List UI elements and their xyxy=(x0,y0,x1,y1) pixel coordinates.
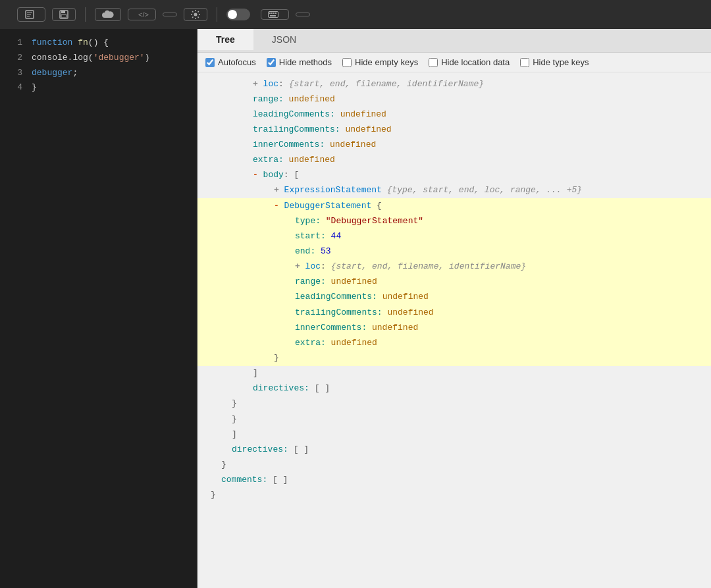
tree-row: } xyxy=(198,488,711,503)
tree-close: ] xyxy=(232,429,237,439)
tree-val: undefined xyxy=(325,140,376,149)
tree-summary: {type, start, end, loc, range, ... +5} xyxy=(382,185,582,195)
hide-methods-checkbox[interactable] xyxy=(267,58,276,67)
snippet-button[interactable] xyxy=(17,7,45,22)
tree-key: innerComments: xyxy=(295,323,367,333)
tree-key: comments: [ ] xyxy=(221,473,288,487)
tree-close: } xyxy=(211,490,216,500)
tree-node-name[interactable]: ExpressionStatement xyxy=(284,185,382,195)
tree-key[interactable]: + ExpressionStatement {type, start, end,… xyxy=(274,184,582,197)
option-hide-empty-keys[interactable]: Hide empty keys xyxy=(342,57,418,67)
tree-node-name[interactable]: loc xyxy=(305,261,321,271)
tree-row: - body: [ xyxy=(198,168,711,183)
tree-row: innerComments: undefined xyxy=(198,320,711,335)
svg-rect-9 xyxy=(269,13,271,14)
tree-key: leadingComments: xyxy=(295,292,377,302)
tree-key: comments: xyxy=(221,475,267,485)
tree-close: } xyxy=(274,353,279,363)
tree-bracket: { xyxy=(371,201,382,211)
cloud-button[interactable] xyxy=(95,8,121,21)
tree-key: trailingComments: xyxy=(295,307,382,317)
options-row: Autofocus Hide methods Hide empty keys H… xyxy=(198,53,711,72)
keyboard-button[interactable] xyxy=(261,9,289,20)
tree-content[interactable]: + loc: {start, end, filename, identifier… xyxy=(198,72,711,588)
code-line-1: 1 function fn() { xyxy=(0,36,197,51)
header-divider xyxy=(85,7,86,22)
transform-toggle[interactable] xyxy=(226,9,250,20)
save-button[interactable] xyxy=(52,8,76,21)
tree-row: type: "DebuggerStatement" xyxy=(198,213,711,228)
tree-row: innerComments: undefined xyxy=(198,138,711,153)
tree-key: directives: xyxy=(253,383,309,393)
option-autofocus[interactable]: Autofocus xyxy=(205,57,256,67)
collapse-icon[interactable]: - xyxy=(274,201,284,211)
tree-key: extra: undefined xyxy=(295,336,377,350)
hide-type-keys-checkbox[interactable] xyxy=(520,58,529,67)
tree-row: } xyxy=(198,412,711,427)
tree-key[interactable]: - DebuggerStatement { xyxy=(274,200,382,213)
tree-row: range: undefined xyxy=(198,275,711,290)
tree-val: undefined xyxy=(377,292,429,302)
tree-key: start: 44 xyxy=(295,230,341,243)
tree-key[interactable]: + loc: {start, end, filename, identifier… xyxy=(253,78,484,91)
line-number: 1 xyxy=(7,36,22,50)
tree-row: directives: [ ] xyxy=(198,381,711,396)
tree-val: undefined xyxy=(382,307,434,317)
code-panel[interactable]: 1 function fn() { 2 console.log('debugge… xyxy=(0,29,198,588)
expand-icon[interactable]: + xyxy=(253,79,263,89)
tree-node-name[interactable]: DebuggerStatement xyxy=(284,201,372,211)
collapse-icon[interactable]: - xyxy=(253,170,263,180)
save-icon xyxy=(59,10,68,19)
app-header: </> xyxy=(0,0,711,29)
code-content: console.log('debugger') xyxy=(32,51,149,65)
svg-rect-12 xyxy=(275,13,276,14)
tree-summary: {start, end, filename, identifierName} xyxy=(326,261,526,271)
tree-row: end: 53 xyxy=(198,244,711,259)
right-panel: Tree JSON Autofocus Hide methods Hide em… xyxy=(198,29,711,588)
tree-row: ] xyxy=(198,427,711,442)
tree-key: leadingComments: xyxy=(253,109,335,119)
tree-row: } xyxy=(198,458,711,473)
expand-icon[interactable]: + xyxy=(274,185,284,195)
code-content: function fn() { xyxy=(32,36,109,50)
parser-button[interactable] xyxy=(163,13,177,16)
tree-val: undefined xyxy=(340,124,392,134)
tree-key: trailingComments: undefined xyxy=(253,123,392,136)
tree-row: - DebuggerStatement { xyxy=(198,198,711,213)
tree-key: } xyxy=(232,397,237,410)
tree-row: range: undefined xyxy=(198,92,711,107)
svg-point-7 xyxy=(194,13,197,16)
option-hide-methods[interactable]: Hide methods xyxy=(267,57,332,67)
autofocus-checkbox[interactable] xyxy=(205,58,215,67)
settings-button[interactable] xyxy=(184,8,207,21)
tree-row: trailingComments: undefined xyxy=(198,305,711,320)
tree-key: } xyxy=(232,413,237,426)
tree-node-name[interactable]: loc xyxy=(263,79,278,89)
svg-rect-8 xyxy=(268,12,278,18)
tree-key: range: xyxy=(295,277,326,286)
tree-val: 53 xyxy=(315,246,330,256)
language-button[interactable]: </> xyxy=(128,9,156,20)
header-divider-2 xyxy=(217,7,217,22)
expand-icon[interactable]: + xyxy=(295,261,305,271)
help-button[interactable] xyxy=(296,13,310,16)
code-line-4: 4 } xyxy=(0,80,197,95)
tree-key: extra: xyxy=(295,338,326,348)
hide-empty-keys-checkbox[interactable] xyxy=(342,58,352,67)
tree-close: ] xyxy=(253,368,258,378)
option-hide-type-keys[interactable]: Hide type keys xyxy=(520,57,589,67)
main-layout: 1 function fn() { 2 console.log('debugge… xyxy=(0,29,711,588)
tree-key: trailingComments: xyxy=(253,124,340,134)
hide-location-data-checkbox[interactable] xyxy=(429,58,438,67)
tree-key: type: xyxy=(295,216,321,226)
tree-key[interactable]: - body: [ xyxy=(253,169,299,182)
tree-row: start: 44 xyxy=(198,228,711,244)
tree-key: trailingComments: undefined xyxy=(295,306,434,319)
tree-key: } xyxy=(221,458,226,471)
tab-tree[interactable]: Tree xyxy=(198,29,253,52)
tree-row: } xyxy=(198,396,711,412)
tree-bracket: [ xyxy=(289,170,300,180)
option-hide-location-data[interactable]: Hide location data xyxy=(429,57,510,67)
tab-json[interactable]: JSON xyxy=(253,29,315,52)
tree-key[interactable]: + loc: {start, end, filename, identifier… xyxy=(295,260,526,273)
